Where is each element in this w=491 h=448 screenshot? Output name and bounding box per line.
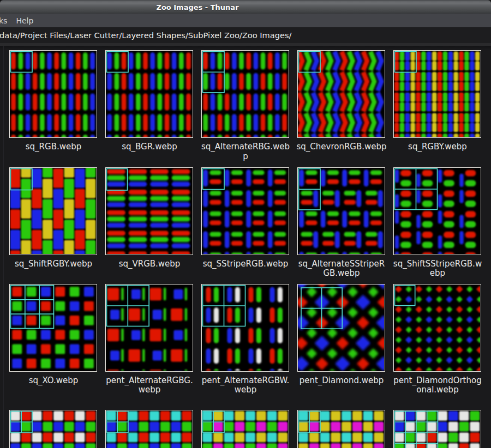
side-pane-separator — [3, 46, 4, 448]
file-item[interactable] — [105, 410, 194, 448]
file-thumbnail[interactable] — [9, 410, 97, 448]
file-name-label[interactable]: pent_AlternateRGBG.webp — [101, 376, 197, 395]
title-bar[interactable]: Zoo Images - Thunar — [0, 0, 491, 14]
file-item[interactable]: sq_ChevronRGB.webp — [297, 50, 386, 138]
file-thumbnail[interactable] — [201, 50, 289, 138]
file-item[interactable]: sq_AlternateSStripeRGB.webp — [297, 167, 386, 255]
file-name-label[interactable]: sq_VRGB.webp — [101, 259, 197, 269]
file-thumbnail[interactable] — [393, 167, 481, 255]
file-name-label[interactable]: pent_AlternateRGBW.webp — [197, 376, 294, 395]
file-item[interactable]: sq_RGBY.webp — [393, 50, 482, 138]
file-name-label[interactable]: pent_Diamond.webp — [294, 376, 390, 386]
file-item[interactable]: sq_XO.webp — [9, 284, 98, 372]
file-name-label[interactable]: sq_ShiftRGBY.webp — [5, 259, 101, 269]
file-item[interactable]: sq_ShiftRGBY.webp — [9, 167, 98, 255]
file-name-label[interactable]: pent_DiamondOrthogonal.webp — [390, 376, 486, 395]
file-name-label[interactable]: sq_ChevronRGB.webp — [294, 142, 390, 152]
file-thumbnail[interactable] — [297, 410, 385, 448]
file-thumbnail[interactable] — [105, 410, 193, 448]
file-item[interactable] — [297, 410, 386, 448]
file-item[interactable] — [393, 410, 482, 448]
file-name-label[interactable]: sq_BGR.webp — [101, 142, 197, 152]
file-thumbnail[interactable] — [201, 167, 289, 255]
file-item[interactable]: sq_ShiftSStripeRGB.webp — [393, 167, 482, 255]
menu-item-bookmarks-clipped[interactable]: ks — [0, 14, 11, 27]
menu-item-help[interactable]: Help — [11, 14, 38, 27]
file-thumbnail[interactable] — [297, 284, 385, 372]
file-thumbnail[interactable] — [105, 50, 193, 138]
file-thumbnail[interactable] — [393, 50, 481, 138]
file-item[interactable]: sq_SStripeRGB.webp — [201, 167, 290, 255]
file-name-label[interactable]: sq_XO.webp — [5, 376, 101, 386]
file-thumbnail[interactable] — [393, 284, 481, 372]
file-name-label[interactable]: sq_SStripeRGB.webp — [197, 259, 294, 269]
thunar-window: Zoo Images - Thunar ks Help data/Project… — [0, 0, 491, 448]
location-path[interactable]: data/Project Files/Laser Cutter/Layered … — [0, 31, 292, 40]
file-item[interactable]: sq_AlternateRBG.webp — [201, 50, 290, 138]
file-name-label[interactable]: sq_AlternateRBG.webp — [197, 142, 294, 161]
file-item[interactable] — [9, 410, 98, 448]
window-title: Zoo Images - Thunar — [156, 3, 238, 11]
file-name-label[interactable]: sq_AlternateSStripeRGB.webp — [294, 259, 390, 279]
file-icon-view[interactable]: sq_RGB.webpsq_BGR.webpsq_AlternateRBG.we… — [0, 46, 491, 448]
file-thumbnail[interactable] — [393, 410, 481, 448]
file-item[interactable]: pent_DiamondOrthogonal.webp — [393, 284, 482, 372]
file-item[interactable]: pent_AlternateRGBW.webp — [201, 284, 290, 372]
file-thumbnail[interactable] — [9, 284, 97, 372]
file-thumbnail[interactable] — [105, 284, 193, 372]
file-thumbnail[interactable] — [201, 410, 289, 448]
file-name-label[interactable]: sq_RGBY.webp — [390, 142, 486, 152]
file-thumbnail[interactable] — [297, 50, 385, 138]
file-item[interactable]: sq_RGB.webp — [9, 50, 98, 138]
file-item[interactable]: sq_VRGB.webp — [105, 167, 194, 255]
file-thumbnail[interactable] — [9, 50, 97, 138]
file-item[interactable]: sq_BGR.webp — [105, 50, 194, 138]
file-thumbnail[interactable] — [297, 167, 385, 255]
file-thumbnail[interactable] — [105, 167, 193, 255]
file-item[interactable]: pent_AlternateRGBG.webp — [105, 284, 194, 372]
file-name-label[interactable]: sq_ShiftSStripeRGB.webp — [390, 259, 486, 279]
file-item[interactable] — [201, 410, 290, 448]
path-bar[interactable]: data/Project Files/Laser Cutter/Layered … — [0, 27, 491, 43]
file-thumbnail[interactable] — [9, 167, 97, 255]
menu-bar: ks Help — [0, 14, 491, 27]
file-item[interactable]: pent_Diamond.webp — [297, 284, 386, 372]
file-thumbnail[interactable] — [201, 284, 289, 372]
file-name-label[interactable]: sq_RGB.webp — [5, 142, 101, 152]
